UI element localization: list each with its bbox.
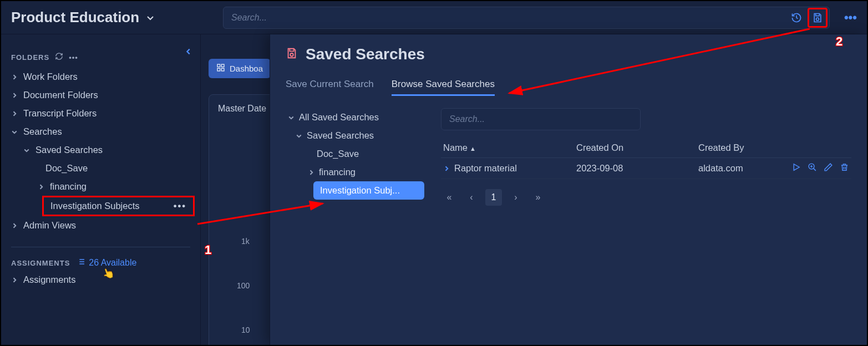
save-search-icon[interactable] [808, 8, 828, 28]
header-more-menu[interactable]: ••• [834, 11, 867, 25]
assignments-section-label: ASSIGNMENTS [11, 259, 70, 267]
tree-item-document-folders[interactable]: Document Folders [1, 86, 200, 104]
tree-item-admin-views[interactable]: Admin Views [1, 216, 200, 235]
tree-item-work-folders[interactable]: Work Folders [1, 68, 200, 86]
divider [11, 247, 190, 247]
svg-rect-4 [221, 68, 224, 71]
tree-item-investigation-subjects[interactable]: Investigation Subjects ••• [42, 196, 195, 216]
mini-tree-doc-save[interactable]: Doc_Save [286, 145, 424, 163]
svg-point-5 [290, 53, 293, 57]
chevron-down-icon [146, 9, 155, 26]
pager-page-1[interactable]: 1 [485, 189, 502, 206]
global-search-input[interactable] [223, 7, 830, 29]
tab-browse-saved-searches[interactable]: Browse Saved Searches [392, 79, 495, 96]
chevron-right-icon [38, 184, 44, 190]
panel-title-text: Saved Searches [306, 45, 425, 63]
tree-item-assignments[interactable]: Assignments [1, 271, 200, 289]
refresh-icon[interactable] [55, 52, 63, 62]
axis-label: 10 [241, 325, 250, 334]
chevron-right-icon [11, 277, 18, 283]
col-name[interactable]: Name▲ [443, 143, 576, 153]
chevron-right-icon [11, 222, 18, 229]
mini-tree-investigation-subjects[interactable]: Investigation Subj... [313, 181, 424, 200]
row-created-on: 2023-09-08 [576, 163, 698, 174]
pager-first-icon[interactable]: « [441, 189, 458, 206]
mini-tree-all-saved-searches[interactable]: All Saved Searches [286, 108, 424, 126]
dashboard-icon [216, 63, 225, 74]
row-created-by: aldata.com [698, 163, 760, 174]
zoom-in-icon[interactable] [808, 162, 817, 174]
sidebar-collapse-icon[interactable] [185, 48, 192, 58]
product-title-text: Product Education [11, 9, 139, 26]
search-history-icon[interactable] [786, 8, 806, 28]
mini-tree-saved-searches[interactable]: Saved Searches [286, 126, 424, 145]
tree-item-saved-searches[interactable]: Saved Searches [1, 141, 200, 159]
tree-item-financing[interactable]: financing [1, 177, 200, 196]
chevron-down-icon [288, 114, 295, 121]
axis-label: 100 [237, 281, 250, 290]
tree-item-doc-save[interactable]: Doc_Save [1, 159, 200, 177]
saved-searches-panel: Saved Searches Save Current Search Brows… [270, 34, 867, 345]
list-icon [77, 257, 85, 268]
grid-search-input[interactable] [441, 108, 641, 130]
pager-last-icon[interactable]: » [530, 189, 546, 206]
dashboard-button[interactable]: Dashboa [209, 59, 271, 78]
svg-rect-1 [217, 64, 220, 67]
pager-prev-icon[interactable]: ‹ [463, 189, 480, 206]
save-icon [286, 45, 298, 63]
svg-rect-3 [217, 68, 220, 71]
sort-asc-icon: ▲ [470, 145, 476, 152]
chevron-right-icon [11, 92, 18, 99]
callout-number-1: 1 [205, 243, 211, 257]
chevron-down-icon [296, 133, 302, 139]
product-title-dropdown[interactable]: Product Education [1, 9, 201, 26]
grid-header-row: Name▲ Created On Created By [441, 138, 851, 158]
pagination: « ‹ 1 › » [441, 189, 851, 206]
row-name-text: Raptor material [454, 163, 517, 174]
chevron-right-icon [11, 110, 18, 117]
svg-point-0 [816, 18, 819, 21]
grid-row[interactable]: Raptor material 2023-09-08 aldata.com [441, 158, 851, 179]
callout-number-2: 2 [836, 34, 842, 49]
col-created-by[interactable]: Created By [698, 143, 760, 153]
chevron-down-icon [11, 129, 18, 135]
chevron-right-icon[interactable] [443, 165, 450, 172]
delete-icon[interactable] [840, 162, 849, 174]
col-created-on[interactable]: Created On [576, 143, 698, 153]
chevron-right-icon [11, 74, 18, 80]
chevron-right-icon [308, 169, 314, 176]
edit-icon[interactable] [824, 162, 833, 174]
svg-rect-2 [221, 64, 224, 67]
folders-section-label: FOLDERS [11, 53, 49, 62]
tree-item-transcript-folders[interactable]: Transcript Folders [1, 104, 200, 123]
pager-next-icon[interactable]: › [507, 189, 524, 206]
mini-tree-financing[interactable]: financing [286, 163, 424, 181]
play-icon[interactable] [791, 162, 801, 174]
tab-save-current-search[interactable]: Save Current Search [286, 79, 374, 96]
tree-item-searches[interactable]: Searches [1, 123, 200, 141]
axis-label: 1k [241, 237, 250, 246]
chevron-down-icon [23, 147, 30, 154]
folders-more-icon[interactable]: ••• [69, 53, 78, 62]
tree-item-more-icon[interactable]: ••• [174, 201, 186, 211]
